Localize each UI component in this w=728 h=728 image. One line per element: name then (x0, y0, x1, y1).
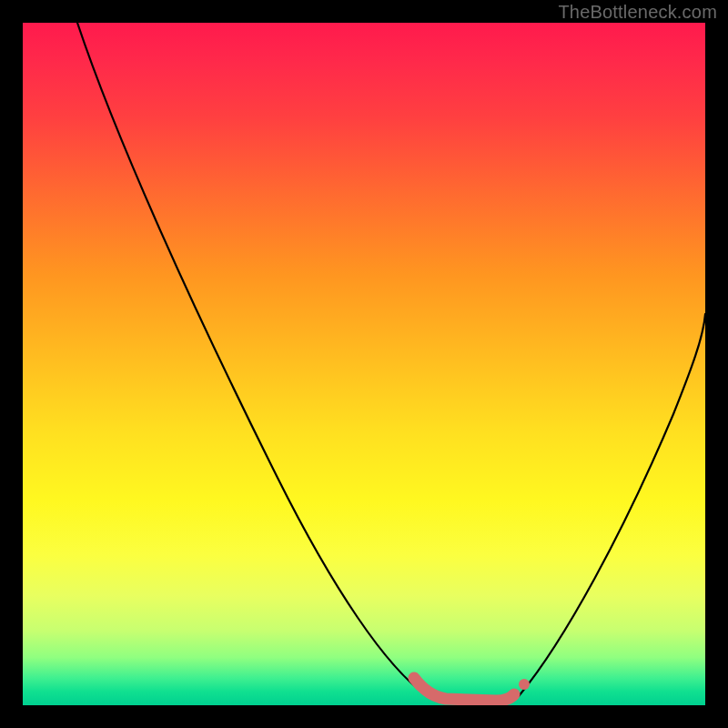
valley-highlight (414, 678, 514, 701)
watermark-text: TheBottleneck.com (558, 2, 717, 23)
right-curve (519, 314, 705, 696)
valley-end-dot (519, 679, 530, 690)
curve-overlay (23, 23, 705, 705)
chart-stage: TheBottleneck.com (0, 0, 728, 728)
plot-area (23, 23, 705, 705)
left-curve (77, 23, 428, 696)
